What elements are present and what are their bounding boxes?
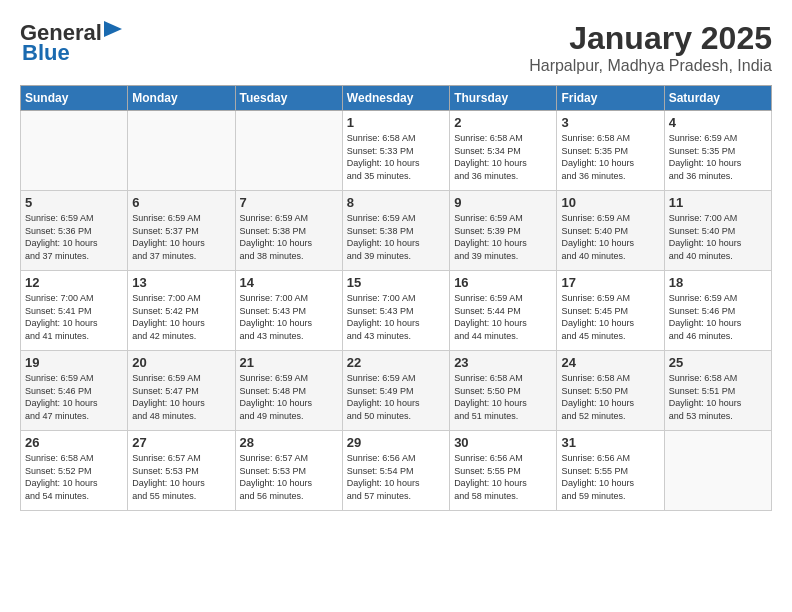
calendar-cell: 31Sunrise: 6:56 AM Sunset: 5:55 PM Dayli… — [557, 431, 664, 511]
calendar-week-5: 26Sunrise: 6:58 AM Sunset: 5:52 PM Dayli… — [21, 431, 772, 511]
day-info: Sunrise: 7:00 AM Sunset: 5:40 PM Dayligh… — [669, 212, 767, 262]
day-number: 31 — [561, 435, 659, 450]
day-info: Sunrise: 6:59 AM Sunset: 5:39 PM Dayligh… — [454, 212, 552, 262]
calendar-cell: 13Sunrise: 7:00 AM Sunset: 5:42 PM Dayli… — [128, 271, 235, 351]
day-info: Sunrise: 6:58 AM Sunset: 5:34 PM Dayligh… — [454, 132, 552, 182]
calendar-cell: 22Sunrise: 6:59 AM Sunset: 5:49 PM Dayli… — [342, 351, 449, 431]
calendar-cell: 29Sunrise: 6:56 AM Sunset: 5:54 PM Dayli… — [342, 431, 449, 511]
calendar-cell: 16Sunrise: 6:59 AM Sunset: 5:44 PM Dayli… — [450, 271, 557, 351]
day-number: 2 — [454, 115, 552, 130]
day-info: Sunrise: 7:00 AM Sunset: 5:43 PM Dayligh… — [240, 292, 338, 342]
calendar-cell: 25Sunrise: 6:58 AM Sunset: 5:51 PM Dayli… — [664, 351, 771, 431]
calendar-cell: 9Sunrise: 6:59 AM Sunset: 5:39 PM Daylig… — [450, 191, 557, 271]
calendar-cell: 30Sunrise: 6:56 AM Sunset: 5:55 PM Dayli… — [450, 431, 557, 511]
day-number: 18 — [669, 275, 767, 290]
weekday-header-sunday: Sunday — [21, 86, 128, 111]
day-info: Sunrise: 6:59 AM Sunset: 5:38 PM Dayligh… — [240, 212, 338, 262]
weekday-header-monday: Monday — [128, 86, 235, 111]
day-info: Sunrise: 6:56 AM Sunset: 5:55 PM Dayligh… — [561, 452, 659, 502]
day-number: 5 — [25, 195, 123, 210]
logo: General Blue — [20, 20, 126, 66]
calendar-cell: 27Sunrise: 6:57 AM Sunset: 5:53 PM Dayli… — [128, 431, 235, 511]
calendar-week-4: 19Sunrise: 6:59 AM Sunset: 5:46 PM Dayli… — [21, 351, 772, 431]
calendar-cell: 23Sunrise: 6:58 AM Sunset: 5:50 PM Dayli… — [450, 351, 557, 431]
day-number: 10 — [561, 195, 659, 210]
day-info: Sunrise: 6:59 AM Sunset: 5:35 PM Dayligh… — [669, 132, 767, 182]
day-number: 8 — [347, 195, 445, 210]
calendar-cell — [128, 111, 235, 191]
weekday-header-saturday: Saturday — [664, 86, 771, 111]
calendar-cell: 26Sunrise: 6:58 AM Sunset: 5:52 PM Dayli… — [21, 431, 128, 511]
calendar-cell: 12Sunrise: 7:00 AM Sunset: 5:41 PM Dayli… — [21, 271, 128, 351]
day-number: 1 — [347, 115, 445, 130]
day-number: 22 — [347, 355, 445, 370]
day-info: Sunrise: 6:58 AM Sunset: 5:33 PM Dayligh… — [347, 132, 445, 182]
day-info: Sunrise: 7:00 AM Sunset: 5:42 PM Dayligh… — [132, 292, 230, 342]
day-info: Sunrise: 6:59 AM Sunset: 5:36 PM Dayligh… — [25, 212, 123, 262]
calendar-cell: 21Sunrise: 6:59 AM Sunset: 5:48 PM Dayli… — [235, 351, 342, 431]
day-info: Sunrise: 6:56 AM Sunset: 5:54 PM Dayligh… — [347, 452, 445, 502]
day-info: Sunrise: 6:59 AM Sunset: 5:44 PM Dayligh… — [454, 292, 552, 342]
day-info: Sunrise: 6:58 AM Sunset: 5:52 PM Dayligh… — [25, 452, 123, 502]
day-number: 21 — [240, 355, 338, 370]
calendar-cell: 19Sunrise: 6:59 AM Sunset: 5:46 PM Dayli… — [21, 351, 128, 431]
calendar-week-1: 1Sunrise: 6:58 AM Sunset: 5:33 PM Daylig… — [21, 111, 772, 191]
day-number: 19 — [25, 355, 123, 370]
day-number: 6 — [132, 195, 230, 210]
day-info: Sunrise: 6:59 AM Sunset: 5:46 PM Dayligh… — [25, 372, 123, 422]
day-number: 12 — [25, 275, 123, 290]
day-info: Sunrise: 6:57 AM Sunset: 5:53 PM Dayligh… — [132, 452, 230, 502]
logo-blue: Blue — [22, 40, 70, 66]
calendar-cell: 10Sunrise: 6:59 AM Sunset: 5:40 PM Dayli… — [557, 191, 664, 271]
calendar-cell: 6Sunrise: 6:59 AM Sunset: 5:37 PM Daylig… — [128, 191, 235, 271]
calendar-cell: 14Sunrise: 7:00 AM Sunset: 5:43 PM Dayli… — [235, 271, 342, 351]
calendar-cell: 3Sunrise: 6:58 AM Sunset: 5:35 PM Daylig… — [557, 111, 664, 191]
calendar-cell: 18Sunrise: 6:59 AM Sunset: 5:46 PM Dayli… — [664, 271, 771, 351]
svg-marker-0 — [104, 21, 122, 37]
day-number: 23 — [454, 355, 552, 370]
calendar-week-2: 5Sunrise: 6:59 AM Sunset: 5:36 PM Daylig… — [21, 191, 772, 271]
day-info: Sunrise: 6:59 AM Sunset: 5:49 PM Dayligh… — [347, 372, 445, 422]
calendar-title: January 2025 — [529, 20, 772, 57]
day-info: Sunrise: 6:59 AM Sunset: 5:46 PM Dayligh… — [669, 292, 767, 342]
day-info: Sunrise: 6:57 AM Sunset: 5:53 PM Dayligh… — [240, 452, 338, 502]
day-number: 28 — [240, 435, 338, 450]
day-number: 4 — [669, 115, 767, 130]
day-number: 3 — [561, 115, 659, 130]
calendar-cell: 17Sunrise: 6:59 AM Sunset: 5:45 PM Dayli… — [557, 271, 664, 351]
day-info: Sunrise: 6:59 AM Sunset: 5:47 PM Dayligh… — [132, 372, 230, 422]
day-info: Sunrise: 6:59 AM Sunset: 5:40 PM Dayligh… — [561, 212, 659, 262]
day-number: 11 — [669, 195, 767, 210]
calendar-cell: 8Sunrise: 6:59 AM Sunset: 5:38 PM Daylig… — [342, 191, 449, 271]
day-info: Sunrise: 6:58 AM Sunset: 5:51 PM Dayligh… — [669, 372, 767, 422]
weekday-header-tuesday: Tuesday — [235, 86, 342, 111]
calendar-cell — [664, 431, 771, 511]
day-number: 9 — [454, 195, 552, 210]
calendar-cell: 5Sunrise: 6:59 AM Sunset: 5:36 PM Daylig… — [21, 191, 128, 271]
calendar-cell: 20Sunrise: 6:59 AM Sunset: 5:47 PM Dayli… — [128, 351, 235, 431]
day-info: Sunrise: 6:58 AM Sunset: 5:50 PM Dayligh… — [561, 372, 659, 422]
day-info: Sunrise: 6:59 AM Sunset: 5:45 PM Dayligh… — [561, 292, 659, 342]
day-number: 13 — [132, 275, 230, 290]
weekday-header-thursday: Thursday — [450, 86, 557, 111]
weekday-header-wednesday: Wednesday — [342, 86, 449, 111]
title-block: January 2025 Harpalpur, Madhya Pradesh, … — [529, 20, 772, 75]
calendar-cell: 2Sunrise: 6:58 AM Sunset: 5:34 PM Daylig… — [450, 111, 557, 191]
weekday-header-friday: Friday — [557, 86, 664, 111]
day-number: 17 — [561, 275, 659, 290]
calendar-subtitle: Harpalpur, Madhya Pradesh, India — [529, 57, 772, 75]
calendar-cell: 7Sunrise: 6:59 AM Sunset: 5:38 PM Daylig… — [235, 191, 342, 271]
calendar-cell: 4Sunrise: 6:59 AM Sunset: 5:35 PM Daylig… — [664, 111, 771, 191]
day-number: 24 — [561, 355, 659, 370]
day-info: Sunrise: 6:58 AM Sunset: 5:35 PM Dayligh… — [561, 132, 659, 182]
calendar-cell: 1Sunrise: 6:58 AM Sunset: 5:33 PM Daylig… — [342, 111, 449, 191]
calendar-cell: 11Sunrise: 7:00 AM Sunset: 5:40 PM Dayli… — [664, 191, 771, 271]
calendar-cell — [235, 111, 342, 191]
day-number: 25 — [669, 355, 767, 370]
calendar-cell: 28Sunrise: 6:57 AM Sunset: 5:53 PM Dayli… — [235, 431, 342, 511]
calendar-cell: 24Sunrise: 6:58 AM Sunset: 5:50 PM Dayli… — [557, 351, 664, 431]
day-number: 15 — [347, 275, 445, 290]
day-number: 14 — [240, 275, 338, 290]
day-number: 16 — [454, 275, 552, 290]
day-info: Sunrise: 6:59 AM Sunset: 5:37 PM Dayligh… — [132, 212, 230, 262]
